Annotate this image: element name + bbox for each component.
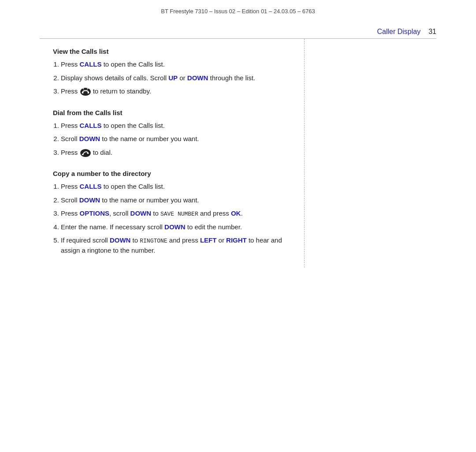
list-item: Press CALLS to open the Calls list. <box>61 121 295 131</box>
svg-rect-6 <box>82 153 83 155</box>
down-keyword: DOWN <box>164 223 186 231</box>
down-keyword: DOWN <box>79 196 100 204</box>
section-title: Caller Display <box>377 28 421 36</box>
svg-point-0 <box>80 88 91 96</box>
ok-keyword: OK <box>231 209 241 217</box>
svg-rect-7 <box>87 153 89 154</box>
svg-point-5 <box>80 149 91 157</box>
heading-copy-number: Copy a number to the directory <box>53 170 295 177</box>
content-right <box>304 39 436 268</box>
list-item: Display shows details of calls. Scroll U… <box>61 73 295 83</box>
ringtone-text: RINGTONE <box>140 238 167 244</box>
svg-rect-2 <box>87 92 89 93</box>
save-number-text: SAVE NUMBER <box>160 211 198 217</box>
section-view-calls: View the Calls list Press CALLS to open … <box>40 48 295 97</box>
down-keyword: DOWN <box>187 74 208 82</box>
down-keyword: DOWN <box>79 135 100 142</box>
list-item: Press CALLS to open the Calls list. <box>61 182 295 192</box>
right-keyword: RIGHT <box>226 236 247 244</box>
list-item: Press to return to standby. <box>61 86 295 97</box>
list-item: Scroll DOWN to the name or number you wa… <box>61 134 295 144</box>
options-keyword: OPTIONS <box>80 209 110 217</box>
content-left: View the Calls list Press CALLS to open … <box>40 39 295 268</box>
list-item: If required scroll DOWN to RINGTONE and … <box>61 235 295 255</box>
list-item: Press OPTIONS, scroll DOWN to SAVE NUMBE… <box>61 209 295 219</box>
left-keyword: LEFT <box>200 236 217 244</box>
calls-keyword: CALLS <box>80 60 102 68</box>
list-dial-calls: Press CALLS to open the Calls list. Scro… <box>53 121 295 158</box>
page-number: 31 <box>428 28 436 36</box>
heading-dial-calls: Dial from the Calls list <box>53 109 295 116</box>
list-item: Enter the name. If necessary scroll DOWN… <box>61 222 295 232</box>
calls-keyword: CALLS <box>80 183 102 190</box>
up-keyword: UP <box>168 74 178 82</box>
down-keyword: DOWN <box>130 209 152 217</box>
svg-rect-1 <box>82 92 83 93</box>
calls-keyword: CALLS <box>80 122 102 129</box>
list-item: Press CALLS to open the Calls list. <box>61 60 295 70</box>
call-icon <box>80 149 91 157</box>
section-copy-number: Copy a number to the directory Press CAL… <box>40 170 295 255</box>
page-header: BT Freestyle 7310 – Issus 02 – Edition 0… <box>0 0 476 20</box>
list-item: Scroll DOWN to the name or number you wa… <box>61 195 295 205</box>
list-item: Press to dial. <box>61 148 295 158</box>
list-copy-number: Press CALLS to open the Calls list. Scro… <box>53 182 295 255</box>
section-dial-calls: Dial from the Calls list Press CALLS to … <box>40 109 295 158</box>
heading-view-calls: View the Calls list <box>53 48 295 55</box>
list-view-calls: Press CALLS to open the Calls list. Disp… <box>53 60 295 97</box>
down-keyword: DOWN <box>110 236 131 244</box>
end-call-icon <box>80 87 91 96</box>
